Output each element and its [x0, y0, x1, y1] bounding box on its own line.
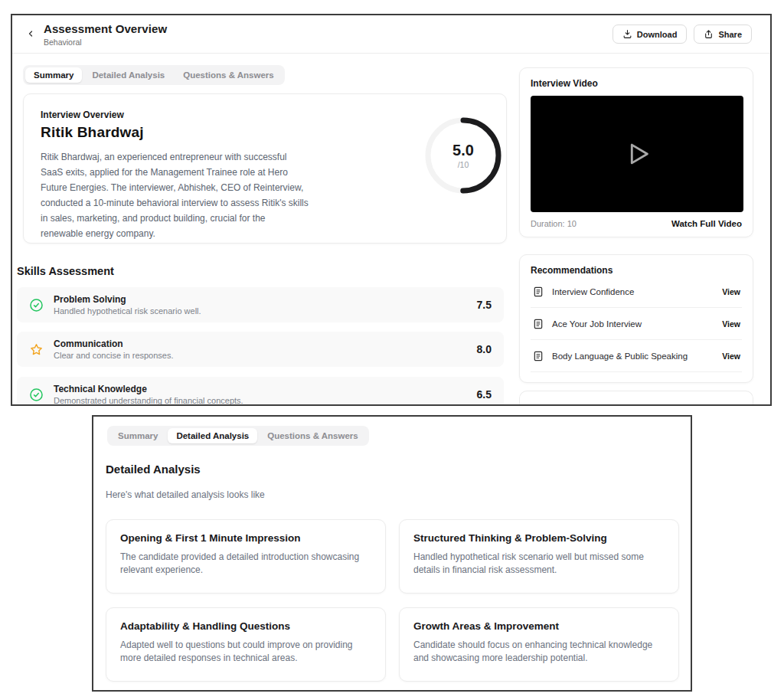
video-player[interactable] [531, 96, 743, 212]
assessment-overview-panel: Assessment Overview Behavioral Download … [11, 14, 772, 406]
page-subtitle: Behavioral [44, 38, 167, 47]
document-icon [532, 350, 544, 362]
analysis-card-adaptability: Adaptability & Handling Questions Adapte… [106, 607, 386, 682]
recommendation-item: Body Language & Public Speaking View [531, 340, 742, 372]
share-icon [704, 29, 714, 39]
skill-name: Technical Knowledge [54, 384, 468, 394]
interview-overview-card: Interview Overview Ritik Bhardwaj Ritik … [23, 93, 507, 244]
tab-detailed-analysis[interactable]: Detailed Analysis [168, 428, 257, 443]
detail-tabbar: Summary Detailed Analysis Questions & An… [107, 426, 369, 446]
detailed-analysis-subtitle: Here's what detailed analysis looks like [106, 489, 265, 500]
check-circle-icon [29, 297, 44, 312]
analysis-card-title: Opening & First 1 Minute Impression [120, 532, 371, 544]
recommendations-card: Recommendations Interview Confidence Vie… [519, 254, 753, 383]
download-icon [622, 29, 632, 39]
detailed-analysis-panel: Summary Detailed Analysis Questions & An… [92, 415, 692, 692]
summary-tabbar: Summary Detailed Analysis Questions & An… [23, 65, 285, 85]
interview-video-card: Interview Video Duration: 10 Watch Full … [519, 67, 753, 237]
analysis-card-opening: Opening & First 1 Minute Impression The … [106, 519, 386, 594]
skill-name: Problem Solving [54, 294, 468, 305]
download-button-label: Download [637, 30, 678, 39]
analysis-card-title: Growth Areas & Improvement [413, 620, 665, 632]
document-icon [532, 318, 544, 330]
skill-desc: Handled hypothetical risk scenario well. [54, 306, 468, 316]
page-title: Assessment Overview [44, 22, 167, 35]
recommendation-label: Body Language & Public Speaking [552, 352, 714, 361]
interview-description: Ritik Bhardwaj, an experienced entrepren… [41, 149, 310, 241]
tab-summary[interactable]: Summary [109, 428, 166, 443]
share-button[interactable]: Share [694, 25, 752, 44]
analysis-card-desc: Adapted well to questions but could impr… [120, 639, 371, 665]
score-gauge: 5.0 /10 [422, 114, 505, 197]
skill-score: 7.5 [477, 299, 492, 311]
analysis-card-structured-thinking: Structured Thinking & Problem-Solving Ha… [399, 519, 679, 594]
header-divider [12, 53, 770, 54]
analysis-card-title: Adaptability & Handling Questions [120, 620, 371, 632]
share-button-label: Share [718, 30, 742, 39]
recommendation-item: Interview Confidence View [531, 276, 742, 308]
view-link[interactable]: View [722, 287, 740, 296]
star-icon [29, 342, 44, 357]
interview-video-title: Interview Video [531, 78, 742, 89]
analysis-card-growth-areas: Growth Areas & Improvement Candidate sho… [399, 607, 679, 682]
video-duration: Duration: 10 [531, 219, 577, 228]
overall-score: 5.0 [452, 142, 474, 159]
skills-assessment-title: Skills Assessment [17, 265, 114, 277]
analysis-card-desc: The candidate provided a detailed introd… [120, 551, 371, 577]
tab-questions-answers[interactable]: Questions & Answers [259, 428, 366, 443]
analysis-card-desc: Candidate should focus on enhancing tech… [413, 639, 665, 665]
tab-detailed-analysis[interactable]: Detailed Analysis [83, 67, 173, 83]
skill-name: Communication [54, 339, 468, 349]
recommendation-label: Ace Your Job Interview [552, 319, 714, 329]
view-link[interactable]: View [722, 352, 740, 361]
recommendation-label: Interview Confidence [552, 287, 714, 296]
detailed-analysis-title: Detailed Analysis [106, 463, 201, 476]
chevron-left-icon [26, 29, 35, 38]
watch-full-video-link[interactable]: Watch Full Video [671, 219, 742, 228]
analysis-card-title: Structured Thinking & Problem-Solving [413, 532, 665, 544]
download-button[interactable]: Download [612, 25, 688, 44]
skill-desc: Clear and concise in responses. [54, 351, 468, 360]
back-button[interactable] [23, 26, 38, 41]
analysis-card-desc: Handled hypothetical risk scenario well … [413, 551, 665, 577]
check-circle-icon [29, 387, 44, 402]
recommendation-item: Ace Your Job Interview View [531, 308, 742, 340]
skill-row-technical-knowledge: Technical Knowledge Demonstrated underst… [17, 377, 504, 406]
recommendations-title: Recommendations [531, 265, 742, 276]
tab-summary[interactable]: Summary [25, 67, 82, 83]
overall-score-max: /10 [458, 160, 469, 169]
view-link[interactable]: View [722, 319, 740, 329]
clipped-card [519, 391, 753, 406]
skill-desc: Demonstrated understanding of financial … [54, 396, 468, 405]
skill-score: 8.0 [477, 343, 492, 355]
skill-row-problem-solving: Problem Solving Handled hypothetical ris… [17, 287, 504, 322]
play-icon [619, 136, 655, 172]
skill-row-communication: Communication Clear and concise in respo… [17, 332, 504, 367]
document-icon [532, 286, 544, 298]
skill-score: 6.5 [477, 388, 492, 401]
tab-questions-answers[interactable]: Questions & Answers [175, 67, 282, 83]
